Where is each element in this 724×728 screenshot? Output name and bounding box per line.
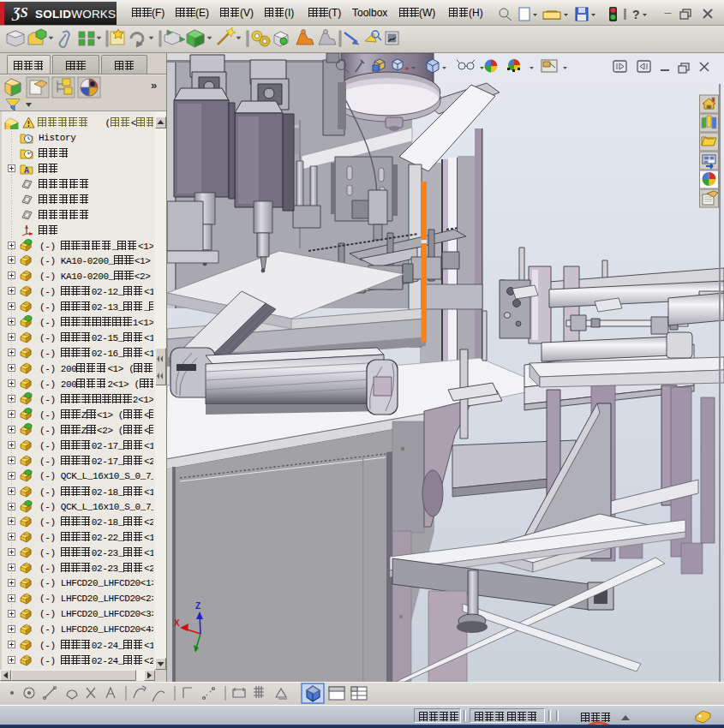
svg-text:Z: Z [195,601,200,611]
svg-text:?: ? [632,8,640,21]
svg-text:X: X [174,618,180,628]
svg-text:A: A [24,166,29,175]
